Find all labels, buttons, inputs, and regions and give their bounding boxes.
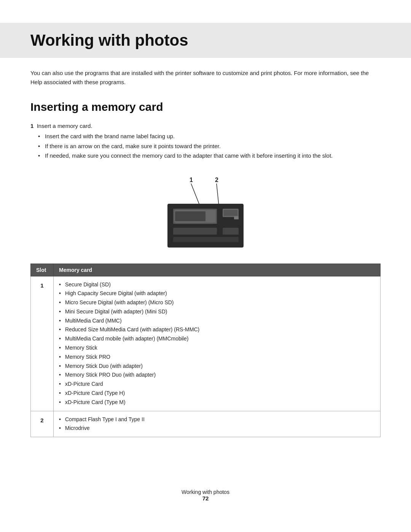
page-title: Working with photos (30, 31, 381, 50)
slot-number-1: 1 (31, 276, 54, 411)
step-number: 1 (30, 123, 37, 129)
card-item: High Capacity Secure Digital (with adapt… (59, 289, 375, 298)
svg-rect-10 (173, 228, 217, 235)
card-item: Reduced Size MultiMedia Card (with adapt… (59, 325, 375, 334)
svg-line-3 (217, 184, 219, 206)
diagram-svg: 1 2 (145, 175, 266, 251)
step-bullets: Insert the card with the brand name labe… (30, 131, 381, 161)
card-item: Micro Secure Digital (with adapter) (Mic… (59, 298, 375, 307)
bullet-3-text: If needed, make sure you connect the mem… (45, 152, 333, 159)
col-slot-header: Slot (31, 264, 54, 276)
page-footer: Working with photos 72 (30, 478, 381, 502)
footer-page-number: 72 (202, 495, 209, 502)
card-item-memory-stick-pro: Memory Stick PRO (59, 353, 375, 362)
svg-text:1: 1 (190, 177, 193, 183)
svg-rect-7 (175, 211, 206, 221)
card-item: xD-Picture Card (Type M) (59, 398, 375, 407)
card-item: Memory Stick PRO Duo (with adapter) (59, 371, 375, 380)
card-item: Memory Stick Duo (with adapter) (59, 362, 375, 371)
svg-rect-12 (173, 237, 239, 242)
footer-section-label: Working with photos (182, 489, 229, 495)
slot-2-card-list: Compact Flash Type I and Type II Microdr… (59, 415, 375, 433)
svg-line-2 (191, 184, 200, 206)
card-item: Secure Digital (SD) (59, 280, 375, 289)
page-container: Working with photos You can also use the… (0, 0, 411, 532)
card-item: xD-Picture Card (Type H) (59, 389, 375, 398)
card-item: xD-Picture Card (59, 380, 375, 389)
card-item-compact-flash: Compact Flash Type I and Type II (59, 415, 375, 424)
card-item: Mini Secure Digital (with adapter) (Mini… (59, 307, 375, 316)
svg-rect-13 (234, 216, 239, 219)
section-title: Inserting a memory card (30, 101, 381, 113)
card-item-memory-stick: Memory Stick (59, 343, 375, 353)
card-item-microdrive: Microdrive (59, 424, 375, 433)
step-text: Insert a memory card. (37, 123, 92, 129)
card-item: MultiMedia Card (MMC) (59, 316, 375, 326)
slot-2-cards: Compact Flash Type I and Type II Microdr… (54, 411, 381, 437)
table-row-1: 1 Secure Digital (SD) High Capacity Secu… (31, 276, 381, 411)
svg-rect-11 (223, 228, 239, 235)
memory-card-diagram: 1 2 (30, 175, 381, 251)
bullet-2: If there is an arrow on the card, make s… (38, 141, 381, 151)
table-header-row: Slot Memory card (31, 264, 381, 276)
svg-text:2: 2 (215, 177, 218, 183)
bullet-3: If needed, make sure you connect the mem… (38, 151, 381, 161)
table-row-2: 2 Compact Flash Type I and Type II Micro… (31, 411, 381, 437)
intro-paragraph: You can also use the programs that are i… (30, 69, 373, 87)
card-item: MultiMedia Card mobile (with adapter) (M… (59, 334, 375, 343)
svg-rect-9 (224, 210, 237, 216)
memory-card-table: Slot Memory card 1 Secure Digital (SD) H… (30, 264, 381, 438)
slot-1-cards: Secure Digital (SD) High Capacity Secure… (54, 276, 381, 411)
bullet-1: Insert the card with the brand name labe… (38, 131, 381, 141)
col-card-header: Memory card (54, 264, 381, 276)
step-1: 1 Insert a memory card. (30, 123, 381, 129)
slot-number-2: 2 (31, 411, 54, 437)
slot-1-card-list: Secure Digital (SD) High Capacity Secure… (59, 280, 375, 407)
title-bar: Working with photos (0, 23, 411, 58)
